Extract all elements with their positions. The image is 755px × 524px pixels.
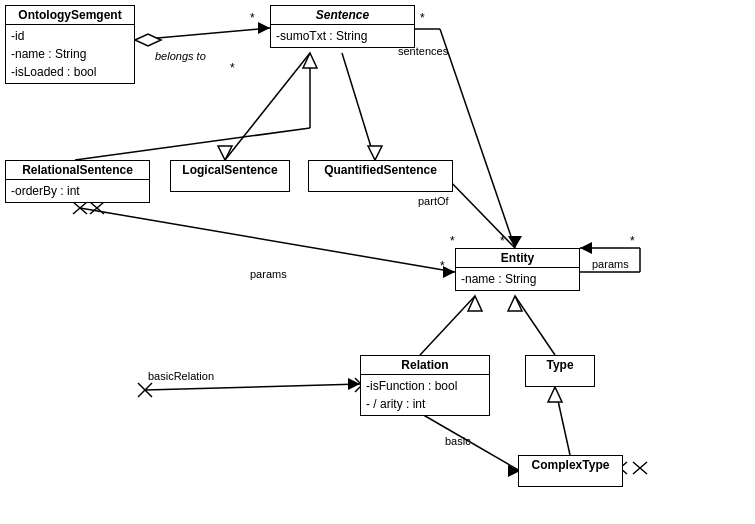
svg-marker-11 (218, 146, 232, 160)
svg-text:*: * (440, 259, 445, 273)
class-ontologysegment: OntologySemgent -id -name : String -isLo… (5, 5, 135, 84)
svg-text:*: * (450, 234, 455, 248)
class-entity: Entity -name : String (455, 248, 580, 291)
svg-marker-42 (348, 378, 360, 390)
svg-line-29 (80, 208, 455, 272)
svg-marker-13 (368, 146, 382, 160)
class-attrs: -name : String (456, 268, 579, 290)
class-relation: Relation -isFunction : bool - / arity : … (360, 355, 490, 416)
svg-text:basic: basic (445, 435, 471, 447)
svg-line-7 (75, 128, 310, 160)
svg-line-12 (342, 53, 375, 160)
svg-line-0 (135, 28, 270, 40)
svg-marker-28 (508, 296, 522, 311)
class-quantifiedsentence: QuantifiedSentence (308, 160, 453, 192)
svg-line-46 (555, 387, 570, 455)
svg-text:*: * (420, 11, 425, 25)
svg-text:*: * (250, 11, 255, 25)
svg-line-25 (420, 296, 475, 355)
class-type: Type (525, 355, 595, 387)
svg-marker-2 (135, 34, 161, 46)
class-title: ComplexType (519, 456, 622, 474)
svg-text:partOf: partOf (418, 195, 450, 207)
diagram-container: * belongs to * * sentences * partOf * (0, 0, 755, 524)
svg-line-45 (138, 383, 152, 397)
class-title: QuantifiedSentence (309, 161, 452, 179)
svg-line-15 (440, 29, 515, 248)
svg-text:belongs to: belongs to (155, 50, 206, 62)
svg-text:*: * (630, 234, 635, 248)
svg-line-44 (138, 383, 152, 397)
svg-line-55 (633, 462, 647, 474)
class-sentence: Sentence -sumoTxt : String (270, 5, 415, 48)
svg-marker-26 (468, 296, 482, 311)
class-title: Entity (456, 249, 579, 268)
class-logicalsentence: LogicalSentence (170, 160, 290, 192)
svg-line-41 (145, 384, 360, 390)
class-title: RelationalSentence (6, 161, 149, 180)
svg-text:*: * (230, 61, 235, 75)
svg-line-48 (420, 413, 520, 471)
svg-text:*: * (500, 234, 505, 248)
class-attrs: -orderBy : int (6, 180, 149, 202)
class-title: LogicalSentence (171, 161, 289, 179)
svg-line-32 (73, 202, 87, 214)
svg-marker-1 (258, 22, 270, 34)
svg-marker-47 (548, 387, 562, 402)
class-complextype: ComplexType (518, 455, 623, 487)
class-attrs: -id -name : String -isLoaded : bool (6, 25, 134, 83)
svg-marker-16 (508, 236, 522, 248)
svg-line-31 (73, 202, 87, 214)
class-attrs: -sumoTxt : String (271, 25, 414, 47)
svg-text:basicRelation: basicRelation (148, 370, 214, 382)
svg-text:params: params (592, 258, 629, 270)
svg-line-51 (90, 202, 104, 214)
svg-marker-38 (580, 242, 592, 254)
class-title: Sentence (271, 6, 414, 25)
svg-line-52 (90, 202, 104, 214)
class-title: Relation (361, 356, 489, 375)
svg-marker-30 (443, 266, 455, 278)
class-relationalsentence: RelationalSentence -orderBy : int (5, 160, 150, 203)
svg-line-27 (515, 296, 555, 355)
svg-line-10 (225, 53, 310, 160)
svg-line-20 (445, 176, 515, 248)
class-title: Type (526, 356, 594, 374)
class-title: OntologySemgent (6, 6, 134, 25)
svg-text:params: params (250, 268, 287, 280)
svg-line-56 (633, 462, 647, 474)
svg-marker-9 (303, 53, 317, 68)
class-attrs: -isFunction : bool - / arity : int (361, 375, 489, 415)
